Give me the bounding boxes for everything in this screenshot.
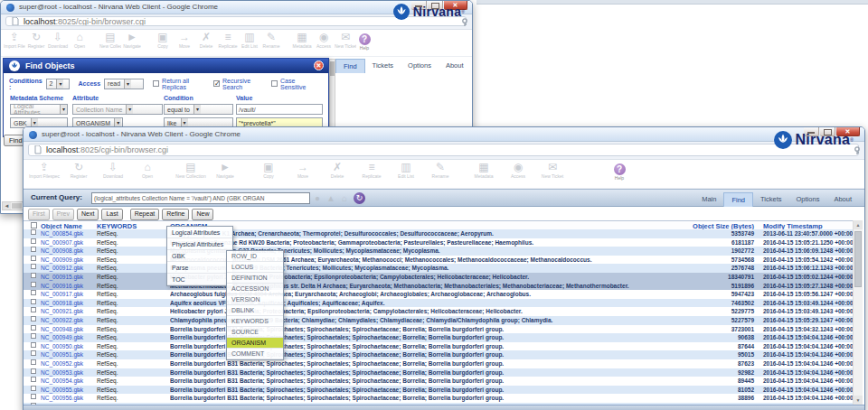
table-row[interactable]: NC_000921.gbk - RefSeq. Helicobacter pyl… [24, 307, 853, 316]
table-row[interactable]: NC_000950.gbk - RefSeq. Borrelia burgdor… [24, 342, 853, 351]
object-name-link[interactable]: NC_000954.gbk [41, 377, 83, 386]
toolbar-button[interactable]: ▥ Edit List [239, 30, 260, 49]
table-row[interactable]: NC_000955.gbk - RefSeq. Borrelia burgdor… [24, 386, 853, 395]
table-row[interactable]: NC_000956.gbk - RefSeq. Borrelia burgdor… [24, 394, 853, 403]
row-checkbox[interactable] [31, 290, 36, 295]
toolbar-button[interactable]: ✎ Rename [260, 30, 282, 49]
table-row[interactable]: NC_000951.gbk - RefSeq. Borrelia burgdor… [24, 350, 853, 359]
table-row[interactable]: NC_000949.gbk - RefSeq. Borrelia burgdor… [24, 333, 853, 342]
object-name-link[interactable]: NC_000907.gbk [41, 238, 83, 247]
object-name-link[interactable]: NC_000909.gbk [41, 256, 83, 265]
object-name-link[interactable]: NC_000952.gbk [41, 359, 83, 368]
scrollbar-thumb[interactable] [12, 203, 22, 209]
row-checkbox[interactable] [31, 325, 36, 331]
object-name-link[interactable]: NC_000918.gbk [41, 299, 83, 308]
toolbar-button[interactable]: ⌂ Open [130, 160, 165, 179]
menu-item[interactable]: TOC [167, 274, 232, 285]
table-row[interactable]: NC_000915.gbk - RefSeq. Helicobacter pyl… [24, 273, 853, 282]
row-checkbox[interactable] [31, 377, 36, 382]
table-row[interactable]: NC_000917.gbk - RefSeq. Archaeoglobus fu… [24, 290, 853, 299]
nav-tab[interactable]: Tickets [753, 192, 788, 206]
toolbar-button[interactable]: ▤ New Collection [174, 160, 208, 179]
row-checkbox[interactable] [31, 394, 36, 399]
toolbar-button[interactable]: ⇩ Download [96, 160, 130, 179]
scroll-down-icon[interactable]: ▼ [854, 396, 863, 405]
row-checkbox[interactable] [31, 299, 36, 304]
toolbar-button[interactable]: ► Navigate [121, 30, 143, 49]
option-checkbox[interactable] [153, 80, 159, 87]
menu-item[interactable]: VERSION [227, 294, 283, 305]
row-checkbox[interactable] [31, 359, 36, 365]
toolbar-button[interactable]: ⇩ Download [47, 30, 69, 49]
nav-tab[interactable]: Tickets [365, 59, 401, 73]
object-name-link[interactable]: NC_000948.gbk [41, 325, 83, 334]
object-name-link[interactable]: NC_000956.gbk [41, 394, 83, 403]
menu-item[interactable]: LOCUS [227, 262, 283, 273]
menu-item[interactable]: Parse [167, 262, 232, 274]
toolbar-button[interactable]: ▣ Copy [251, 160, 286, 179]
dialog-titlebar[interactable]: Find Objects ✕ [4, 59, 328, 73]
vertical-scrollbar[interactable]: ▲ ▼ [853, 220, 863, 405]
table-row[interactable]: NC_000912.gbk - RefSeq. Mycoplasma pneum… [24, 264, 853, 273]
select-all-checkbox[interactable] [31, 222, 37, 228]
url-input[interactable]: localhost:8025/cgi-bin/browser.cgi [28, 144, 859, 156]
toolbar-button[interactable]: ↻ Register [61, 160, 96, 179]
object-name-link[interactable]: NC_000922.gbk [41, 316, 83, 325]
object-name-link[interactable]: NC_000915.gbk [41, 273, 83, 282]
scheme-select[interactable]: Logical Attributes [10, 104, 68, 115]
pager-button[interactable]: Repeat [130, 209, 160, 220]
table-row[interactable]: NC_000952.gbk - RefSeq. Borrelia burgdor… [24, 359, 853, 368]
row-checkbox[interactable] [31, 238, 36, 244]
nav-tab[interactable]: Options [401, 59, 439, 73]
table-row[interactable]: NC_000953.gbk - RefSeq. Borrelia burgdor… [24, 368, 853, 377]
menu-item[interactable]: DBLINK [227, 305, 283, 316]
condition-select[interactable]: equal to [164, 104, 233, 115]
menu-item[interactable]: Logical Attributes [167, 227, 232, 238]
menu-item[interactable]: COMMENT [227, 349, 283, 359]
option-checkbox[interactable] [271, 80, 278, 87]
nav-tab[interactable]: Find [335, 59, 365, 73]
horizontal-scrollbar[interactable]: ◄ [2, 201, 24, 210]
menu-item[interactable]: Physical Attributes [167, 238, 232, 250]
toolbar-button[interactable]: ⇪ Import Filespec [27, 160, 61, 179]
object-name-link[interactable]: NC_000921.gbk [41, 307, 83, 316]
pager-button[interactable]: Next [77, 209, 99, 220]
row-checkbox[interactable] [31, 247, 36, 252]
object-name-link[interactable]: NC_000953.gbk [41, 368, 83, 377]
pager-button[interactable]: Last [101, 209, 122, 220]
table-row[interactable]: NC_000954.gbk - RefSeq. Borrelia burgdor… [24, 377, 853, 386]
table-row[interactable]: NC_000948.gbk - RefSeq. Borrelia burgdor… [24, 325, 853, 334]
row-checkbox[interactable] [31, 368, 36, 374]
export-query-icon[interactable]: ▲ [326, 193, 335, 203]
toolbar-button[interactable]: ✗ Delete [195, 30, 217, 49]
access-select[interactable]: read [104, 79, 144, 89]
nav-tab[interactable]: Main [694, 192, 723, 206]
nav-tab[interactable]: Options [789, 192, 827, 206]
pager-button[interactable]: New [192, 209, 213, 220]
toolbar-button[interactable]: ▤ New Collection [99, 30, 121, 49]
row-checkbox[interactable] [31, 282, 36, 287]
menu-item[interactable]: DEFINITION [227, 273, 283, 284]
current-query-input[interactable]: (logical_attributes Collection Name = '/… [91, 192, 310, 204]
nav-tab[interactable]: About [439, 59, 471, 73]
row-checkbox[interactable] [31, 316, 36, 321]
home-icon[interactable]: ⌂ [342, 193, 347, 203]
pager-button[interactable]: Refine [162, 209, 189, 220]
toolbar-button[interactable]: ▥ Edit List [389, 160, 423, 179]
row-checkbox[interactable] [31, 386, 36, 391]
refresh-icon[interactable]: ↻ [354, 192, 365, 204]
nav-tab[interactable]: Find [723, 192, 753, 207]
toolbar-button[interactable]: ◉ Access [313, 30, 335, 49]
nav-tab[interactable]: About [826, 192, 859, 206]
menu-item[interactable]: KEYWORDS [227, 316, 283, 327]
key-icon[interactable] [854, 146, 861, 155]
object-name-link[interactable]: NC_000955.gbk [41, 386, 83, 395]
table-row[interactable]: NC_000907.gbk - RefSeq. Haemophilus infl… [24, 238, 853, 247]
toolbar-button[interactable]: ▣ Copy [152, 30, 174, 49]
menu-item[interactable]: ORGANISM [227, 338, 283, 349]
toolbar-button[interactable]: → Move [286, 160, 320, 179]
option-checkbox[interactable] [213, 80, 220, 87]
scrollbar-thumb[interactable] [330, 61, 335, 76]
object-name-link[interactable]: NC_000949.gbk [41, 333, 83, 342]
toolbar-button[interactable]: ✉ New Ticket [535, 160, 570, 179]
